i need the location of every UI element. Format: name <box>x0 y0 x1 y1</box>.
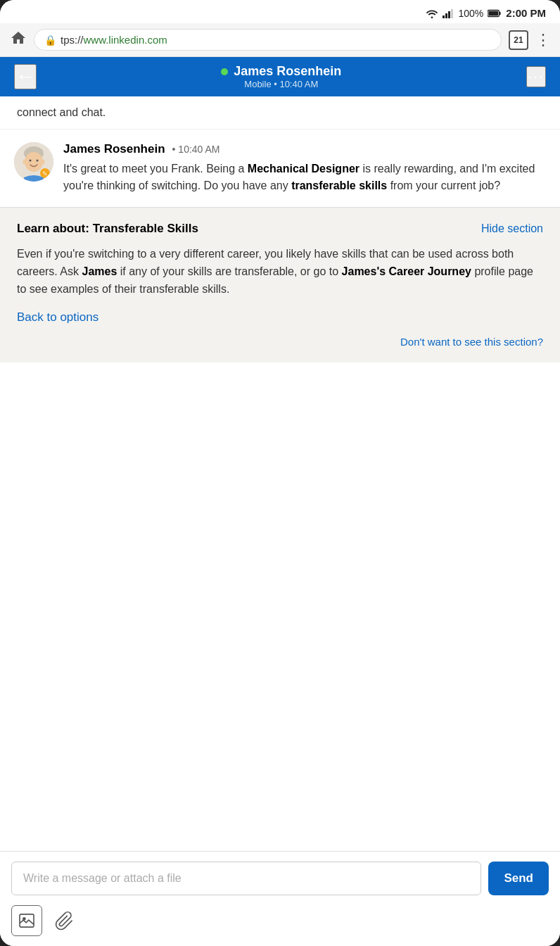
file-attach-button[interactable] <box>55 911 76 931</box>
dont-want-row: Don't want to see this section? <box>17 336 543 348</box>
message-row: ✎ James Rosenhein • 10:40 AM It's great … <box>0 130 560 207</box>
url-prefix: tps:// <box>61 34 84 46</box>
url-bar[interactable]: 🔒 tps://www.linkedin.com <box>34 29 502 51</box>
image-icon <box>19 914 34 928</box>
nav-back-button[interactable]: ← <box>14 64 37 89</box>
back-to-options-button[interactable]: Back to options <box>17 310 98 324</box>
avatar-container: ✎ <box>14 142 53 182</box>
url-domain: www.linkedin.com <box>84 34 167 46</box>
learn-section: Learn about: Transferable Skills Hide se… <box>0 207 560 362</box>
message-body: It's great to meet you Frank. Being a Me… <box>63 160 546 194</box>
input-row: Send <box>11 862 549 895</box>
paperclip-icon <box>55 911 76 931</box>
browser-menu-icon[interactable]: ⋮ <box>535 31 550 49</box>
status-icons: 100% 2:00 PM <box>426 7 546 19</box>
message-content: James Rosenhein • 10:40 AM It's great to… <box>63 142 546 194</box>
dont-want-button[interactable]: Don't want to see this section? <box>400 336 543 348</box>
input-area: Send <box>0 851 560 946</box>
svg-rect-0 <box>443 15 445 18</box>
svg-rect-1 <box>445 13 447 18</box>
svg-rect-2 <box>448 11 450 18</box>
image-attach-button[interactable] <box>11 905 42 936</box>
nav-more-button[interactable]: ··· <box>526 66 546 87</box>
lock-icon: 🔒 <box>44 34 56 46</box>
send-button[interactable]: Send <box>488 862 549 895</box>
signal-icon <box>443 8 454 18</box>
battery-icon <box>488 9 502 18</box>
phone-frame: 100% 2:00 PM 🔒 tps://www.linkedin.com 21… <box>0 0 560 946</box>
avatar-image: ✎ <box>14 142 53 182</box>
hide-section-button[interactable]: Hide section <box>481 222 543 235</box>
nav-user-name: James Rosenhein <box>234 64 341 79</box>
wifi-icon <box>426 8 438 18</box>
url-text: tps://www.linkedin.com <box>61 34 167 46</box>
online-indicator <box>221 68 228 75</box>
nav-center: James Rosenhein Mobile • 10:40 AM <box>221 64 341 89</box>
nav-user-status: Mobile • 10:40 AM <box>244 79 318 89</box>
message-input[interactable] <box>11 862 481 895</box>
learn-header: Learn about: Transferable Skills Hide se… <box>17 222 543 236</box>
svg-point-12 <box>23 160 27 165</box>
status-bar: 100% 2:00 PM <box>0 0 560 23</box>
battery-percent: 100% <box>458 8 483 19</box>
sender-name: James Rosenhein <box>63 142 165 156</box>
message-header: James Rosenhein • 10:40 AM <box>63 142 546 156</box>
chat-area: connect and chat. <box>0 96 560 851</box>
status-time: 2:00 PM <box>506 7 546 19</box>
svg-rect-16 <box>20 914 34 927</box>
svg-rect-6 <box>489 11 499 15</box>
svg-point-13 <box>42 160 45 165</box>
nav-name-row: James Rosenhein <box>221 64 341 79</box>
message-time: • 10:40 AM <box>172 144 220 155</box>
input-icons-row <box>11 902 549 939</box>
svg-rect-3 <box>451 9 453 18</box>
learn-title: Learn about: Transferable Skills <box>17 222 198 236</box>
browser-bar: 🔒 tps://www.linkedin.com 21 ⋮ <box>0 23 560 57</box>
svg-rect-5 <box>499 11 501 15</box>
avatar: ✎ <box>14 142 53 182</box>
svg-text:✎: ✎ <box>42 170 48 177</box>
linkedin-nav: ← James Rosenhein Mobile • 10:40 AM ··· <box>0 57 560 96</box>
svg-point-11 <box>37 160 39 162</box>
message-continuation: connect and chat. <box>0 96 560 130</box>
continuation-text: connect and chat. <box>17 106 106 118</box>
svg-point-9 <box>25 152 43 172</box>
learn-body: Even if you're switching to a very diffe… <box>17 246 543 298</box>
tab-count[interactable]: 21 <box>509 30 528 50</box>
home-icon[interactable] <box>10 30 27 51</box>
svg-point-10 <box>30 160 32 162</box>
